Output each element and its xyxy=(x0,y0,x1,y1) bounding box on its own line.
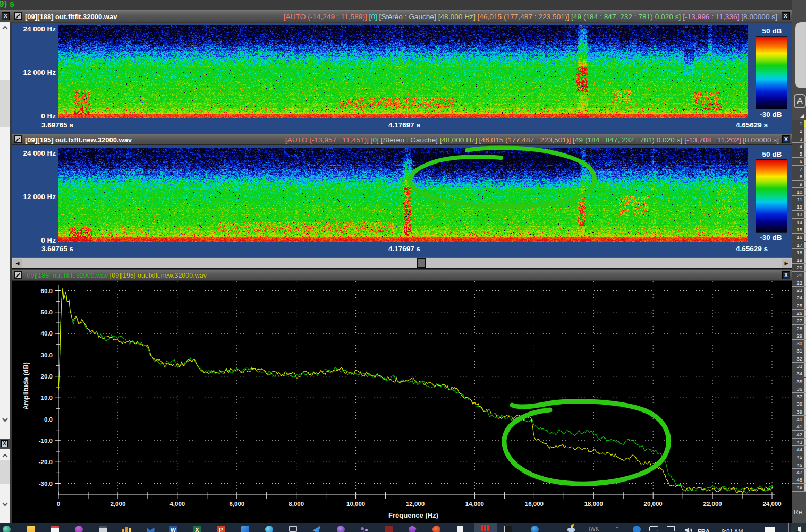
svg-text:50.0: 50.0 xyxy=(41,309,53,315)
svg-text:Fréquence (Hz): Fréquence (Hz) xyxy=(388,511,438,519)
svg-text:10,000: 10,000 xyxy=(346,501,365,507)
svg-text:24,000: 24,000 xyxy=(762,501,781,507)
svg-text:20.0: 20.0 xyxy=(41,373,53,380)
svg-text:-20.0: -20.0 xyxy=(39,459,53,465)
svg-text:6,000: 6,000 xyxy=(229,501,244,507)
svg-text:18,000: 18,000 xyxy=(584,501,603,507)
svg-text:16,000: 16,000 xyxy=(525,501,544,507)
svg-text:4,000: 4,000 xyxy=(169,501,185,507)
svg-text:60.0: 60.0 xyxy=(41,288,53,294)
svg-text:-10.0: -10.0 xyxy=(39,437,53,444)
svg-text:8,000: 8,000 xyxy=(289,501,304,507)
svg-text:10.0: 10.0 xyxy=(41,394,53,401)
svg-text:12,000: 12,000 xyxy=(406,501,425,507)
svg-text:0: 0 xyxy=(57,501,60,507)
svg-text:14,000: 14,000 xyxy=(465,501,484,507)
svg-text:20,000: 20,000 xyxy=(644,501,663,507)
svg-text:22,000: 22,000 xyxy=(703,501,722,507)
svg-text:0.0: 0.0 xyxy=(44,416,53,423)
svg-text:40.0: 40.0 xyxy=(41,330,53,337)
svg-text:30.0: 30.0 xyxy=(41,352,53,358)
svg-text:2,000: 2,000 xyxy=(111,501,126,507)
svg-text:-30.0: -30.0 xyxy=(39,480,53,487)
svg-text:Amplitude (dB): Amplitude (dB) xyxy=(22,362,30,410)
